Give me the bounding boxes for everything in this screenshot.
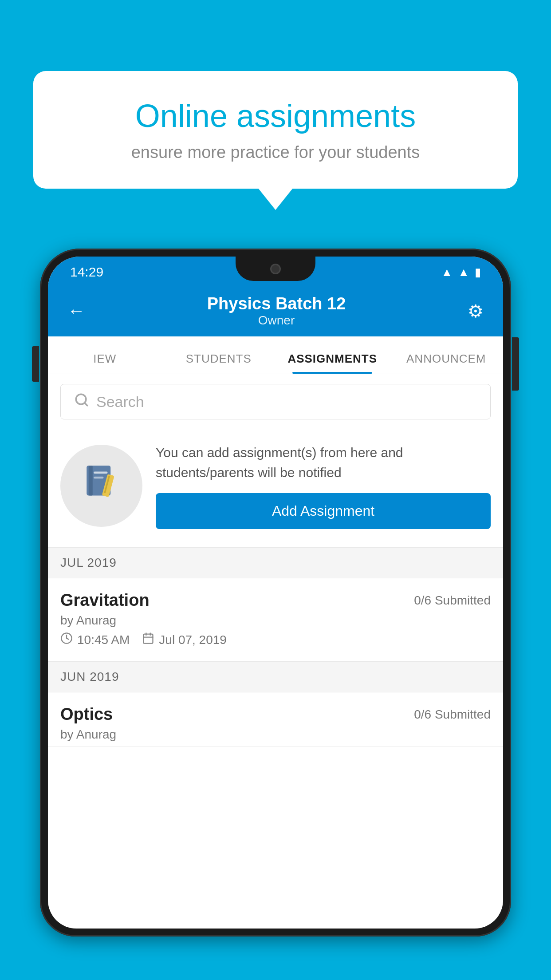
notch-camera (270, 264, 281, 274)
wifi-icon: ▲ (441, 265, 453, 279)
app-header: ← Physics Batch 12 Owner ⚙ (48, 285, 503, 336)
time-value: 10:45 AM (77, 633, 130, 647)
tab-announcements[interactable]: ANNOUNCEM (390, 352, 504, 374)
search-icon (74, 392, 89, 411)
phone-screen: 14:29 ▲ ▲ ▮ ← Physics Batch 12 Owner ⚙ I… (48, 257, 503, 929)
calendar-icon (142, 632, 154, 648)
svg-line-1 (85, 403, 87, 406)
speech-bubble-subtitle: ensure more practice for your students (64, 143, 487, 162)
tab-assignments[interactable]: ASSIGNMENTS (276, 352, 390, 374)
assignment-author: by Anurag (60, 613, 491, 628)
assignment-optics[interactable]: Optics 0/6 Submitted by Anurag (48, 692, 503, 747)
battery-icon: ▮ (475, 265, 481, 279)
phone-notch (236, 257, 315, 281)
header-title: Physics Batch 12 (207, 294, 346, 313)
add-assignment-button[interactable]: Add Assignment (156, 493, 491, 529)
assignment-gravitation[interactable]: Gravitation 0/6 Submitted by Anurag 10:4… (48, 578, 503, 661)
back-button[interactable]: ← (67, 301, 85, 321)
promo-icon-circle (60, 445, 142, 527)
promo-description: You can add assignment(s) from here and … (156, 443, 491, 482)
phone-wrapper: 14:29 ▲ ▲ ▮ ← Physics Batch 12 Owner ⚙ I… (40, 249, 511, 980)
search-container: Search (48, 374, 503, 429)
search-box[interactable]: Search (60, 384, 491, 419)
section-jul-2019: JUL 2019 (48, 547, 503, 578)
tab-iew[interactable]: IEW (48, 352, 162, 374)
tabs-bar: IEW STUDENTS ASSIGNMENTS ANNOUNCEM (48, 336, 503, 374)
svg-rect-3 (88, 466, 92, 496)
svg-rect-9 (144, 634, 153, 644)
svg-rect-4 (94, 472, 108, 474)
speech-bubble: Online assignments ensure more practice … (33, 71, 518, 189)
assignment-name: Gravitation (60, 591, 150, 610)
status-time: 14:29 (70, 265, 103, 280)
assignment-date: Jul 07, 2019 (142, 632, 227, 648)
header-title-block: Physics Batch 12 Owner (207, 294, 346, 328)
assignment-submitted: 0/6 Submitted (414, 593, 491, 608)
status-icons: ▲ ▲ ▮ (441, 265, 481, 279)
notebook-icon (82, 462, 122, 510)
speech-bubble-container: Online assignments ensure more practice … (33, 71, 518, 189)
assignment-meta: 10:45 AM Jul 07, 2019 (60, 632, 491, 648)
assignment-top-row-optics: Optics 0/6 Submitted (60, 705, 491, 724)
promo-content: You can add assignment(s) from here and … (156, 443, 491, 529)
assignment-name-optics: Optics (60, 705, 113, 724)
promo-card: You can add assignment(s) from here and … (48, 429, 503, 547)
signal-icon: ▲ (458, 265, 469, 279)
header-subtitle: Owner (207, 313, 346, 328)
assignment-time: 10:45 AM (60, 632, 130, 648)
assignment-author-optics: by Anurag (60, 727, 491, 742)
svg-rect-5 (94, 477, 104, 479)
clock-icon (60, 632, 73, 648)
settings-button[interactable]: ⚙ (468, 301, 484, 321)
phone-outer: 14:29 ▲ ▲ ▮ ← Physics Batch 12 Owner ⚙ I… (40, 249, 511, 937)
assignment-submitted-optics: 0/6 Submitted (414, 707, 491, 722)
speech-bubble-title: Online assignments (64, 98, 487, 134)
assignment-top-row: Gravitation 0/6 Submitted (60, 591, 491, 610)
section-jun-2019: JUN 2019 (48, 661, 503, 692)
tab-students[interactable]: STUDENTS (162, 352, 276, 374)
search-input[interactable]: Search (96, 393, 144, 411)
date-value: Jul 07, 2019 (159, 633, 227, 647)
